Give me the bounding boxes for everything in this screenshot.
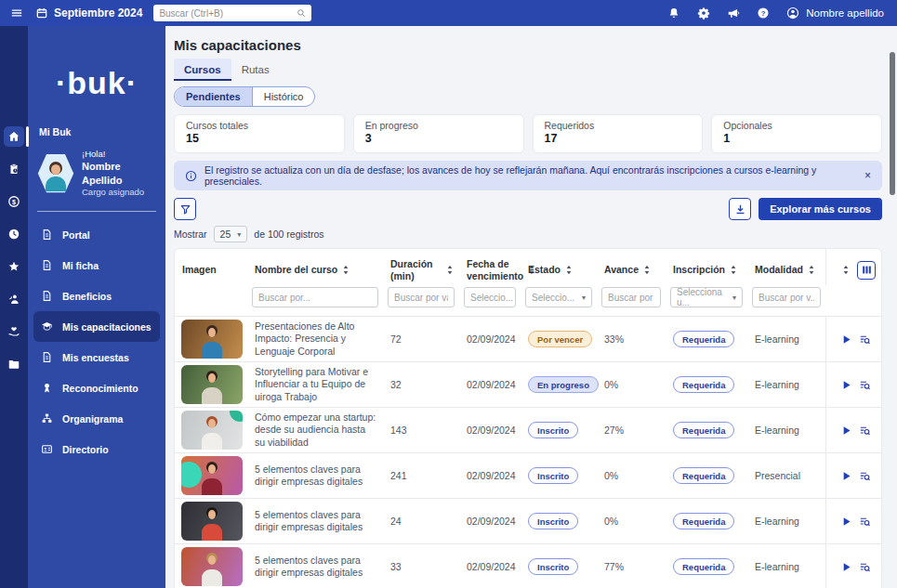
announcements-megaphone-icon[interactable] [726,7,740,20]
course-thumbnail [181,547,243,586]
rail-folder-icon[interactable] [4,354,24,374]
sort-icon[interactable] [730,265,737,275]
col-duracion: Duración (min) [383,249,459,285]
sidebar-item-mis-encuestas[interactable]: Mis encuestas [33,342,160,372]
view-details-icon[interactable] [859,425,871,437]
course-inscription-cell: Requerida [666,453,747,499]
course-due-date-cell: 02/09/2024 [459,362,521,408]
page-size-select[interactable]: 25 ▾ [214,226,248,242]
toggle-historico[interactable]: Histórico [252,87,315,106]
rail-home-icon[interactable] [4,126,24,147]
filter-button[interactable] [174,198,196,220]
banner-close-icon[interactable]: × [864,169,871,182]
column-settings-button[interactable] [857,261,876,280]
view-details-icon[interactable] [859,379,871,391]
sidebar-item-portal[interactable]: Portal [33,219,160,250]
play-course-icon[interactable] [840,516,852,528]
columns-icon [862,265,872,275]
course-thumbnail [181,411,243,450]
play-course-icon[interactable] [840,561,852,573]
course-actions-cell [825,499,882,544]
sidebar-item-mi-ficha[interactable]: Mi ficha [33,250,160,281]
medal-icon [41,382,53,394]
period-selector[interactable]: Septiembre 2024 [34,7,142,20]
col-imagen: Imagen [175,249,247,285]
sidebar-item-mis-capacitaciones[interactable]: Mis capacitaciones [33,311,160,342]
col-nombre: Nombre del curso [247,249,383,285]
tab-cursos[interactable]: Cursos [174,59,231,81]
calendar-icon [34,7,48,20]
download-button[interactable] [729,198,751,220]
filter-modality-input[interactable] [752,287,821,307]
page-size-row: Mostrar 25 ▾ de 100 registros [174,226,882,242]
course-modality-cell: E-learning [747,499,825,544]
filter-status-select[interactable]: Seleccio...▾ [525,287,592,307]
records-count-label: de 100 registros [254,229,323,240]
course-duration-cell: 143 [383,408,459,453]
global-search-input[interactable]: Buscar (Ctrl+B) [153,5,311,21]
view-details-icon[interactable] [859,561,871,573]
sort-icon[interactable] [842,265,850,275]
rail-people-icon[interactable] [4,289,24,309]
course-name-cell: 5 elementos claves para dirigir empresas… [247,499,383,544]
sidebar-item-organigrama[interactable]: Organigrama [33,403,160,434]
settings-gear-icon[interactable] [696,7,710,20]
filter-inscription-select[interactable]: Selecciona u...▾ [670,287,743,307]
play-course-icon[interactable] [840,379,852,391]
filter-course-input[interactable] [252,287,378,307]
sidebar-item-reconocimiento[interactable]: Reconocimiento [33,372,160,403]
notifications-bell-icon[interactable] [666,7,680,20]
sort-icon[interactable] [446,265,454,275]
view-details-icon[interactable] [859,516,871,528]
user-circle-icon [785,7,799,20]
scrollbar-thumb[interactable] [890,52,895,195]
user-menu[interactable]: Nombre apellido [785,7,884,20]
col-avance: Avance [597,249,666,285]
explore-more-courses-button[interactable]: Explorar más cursos [758,198,882,220]
course-due-date-cell: 02/09/2024 [459,453,521,499]
page-title: Mis capacitaciones [174,37,882,53]
sort-icon[interactable] [808,265,815,275]
course-status-cell: En progreso [521,362,597,408]
rail-benefits-hand-heart-icon[interactable] [4,321,24,342]
course-name-cell: 5 elementos claves para dirigir empresas… [247,544,383,588]
course-image-cell [175,499,247,544]
rail-clipboard-clock-icon[interactable] [4,159,24,179]
view-details-icon[interactable] [859,333,871,346]
view-details-icon[interactable] [859,470,871,482]
play-course-icon[interactable] [840,470,852,482]
search-icon [297,8,306,18]
help-icon[interactable]: ? [756,7,770,20]
rail-time-clock-icon[interactable] [4,224,24,244]
org-chart-icon [41,412,53,425]
rail-star-icon[interactable] [4,256,24,277]
course-progress-cell: 0% [597,499,666,544]
sidebar-item-beneficios[interactable]: Beneficios [33,281,160,311]
course-due-date-cell: 02/09/2024 [459,317,521,362]
filter-duration-input[interactable] [388,287,455,307]
menu-icon[interactable] [9,7,23,20]
filter-due-date-picker[interactable]: Seleccio... [464,287,516,307]
sort-icon[interactable] [643,265,651,275]
course-image-cell [175,453,247,499]
play-course-icon[interactable] [840,333,852,346]
col-fecha: Fecha de vencimiento [459,249,521,285]
sidebar-item-directorio[interactable]: Directorio [33,434,160,464]
info-icon [185,170,197,182]
course-duration-cell: 32 [383,362,459,408]
stat-cards: Cursos totales 15 En progreso 3 Requerid… [174,114,882,153]
tab-rutas[interactable]: Rutas [231,59,280,81]
course-progress-cell: 33% [597,317,666,362]
sidebar-user-card[interactable]: ¡Hola! Nombre Apellido Cargo asignado [37,149,158,198]
sort-icon[interactable] [342,265,350,275]
course-image-cell [175,408,247,453]
toggle-pendientes[interactable]: Pendientes [175,87,252,106]
course-status-cell: Inscrito [521,544,597,588]
filter-progress-input[interactable] [601,287,661,307]
sort-icon[interactable] [565,265,573,275]
user-name-label: Nombre apellido [806,7,884,19]
play-course-icon[interactable] [840,425,852,437]
course-progress-cell: 77% [597,544,666,588]
rail-payments-dollar-icon[interactable]: $ [4,191,24,212]
stat-cursos-totales: Cursos totales 15 [174,114,345,153]
